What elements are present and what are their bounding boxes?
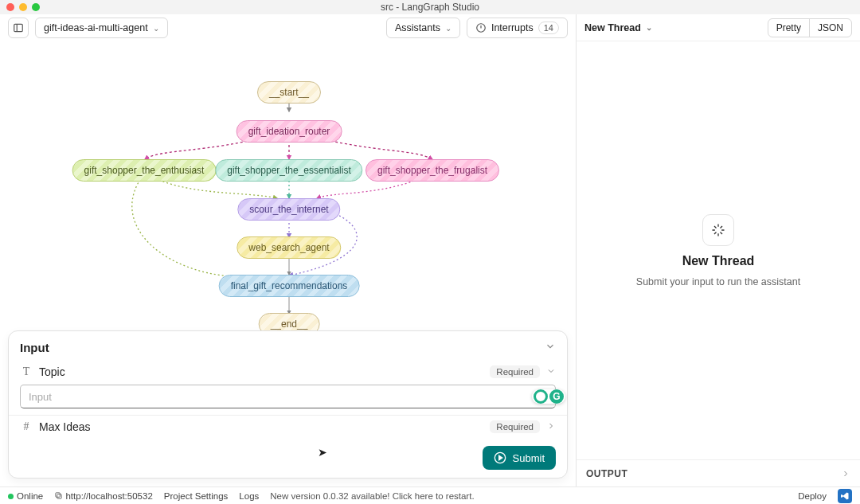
vscode-icon (840, 491, 850, 501)
text-type-icon: T (20, 365, 33, 378)
output-label: OUTPUT (586, 468, 627, 479)
number-type-icon: # (20, 420, 33, 433)
collapse-panel-button[interactable] (545, 341, 556, 354)
panel-icon (13, 22, 24, 33)
topic-input[interactable] (20, 385, 556, 408)
chevron-down-icon: ⌄ (445, 24, 452, 33)
view-mode-segment: Pretty JSON (768, 18, 852, 37)
chevron-right-icon (546, 421, 556, 431)
project-settings-link[interactable]: Project Settings (164, 491, 229, 501)
svg-rect-11 (57, 494, 62, 498)
collapse-field-button[interactable] (546, 366, 556, 378)
output-section-header[interactable]: OUTPUT (577, 459, 860, 486)
graph-node-scour[interactable]: scour_the_internet (237, 198, 340, 221)
chevron-right-icon (841, 469, 850, 479)
max-ideas-label: Max Ideas (39, 420, 91, 433)
copy-icon (54, 491, 63, 500)
pretty-tab[interactable]: Pretty (768, 19, 809, 37)
play-circle-icon (494, 451, 506, 464)
server-url[interactable]: http://localhost:50532 (54, 491, 153, 501)
assistants-label: Assistants (395, 22, 440, 33)
graph-node-end[interactable]: __end__ (259, 313, 320, 330)
mac-titlebar: src - LangGraph Studio (0, 0, 860, 14)
submit-button[interactable]: Submit (483, 446, 556, 470)
required-tag: Required (490, 365, 540, 378)
chevron-down-icon (545, 341, 556, 352)
graph-node-final[interactable]: final_gift_recommendations (219, 275, 360, 297)
interrupts-label: Interrupts (491, 22, 534, 33)
project-dropdown-label: gift-ideas-ai-multi-agent (44, 22, 148, 33)
vscode-badge[interactable] (838, 489, 852, 503)
empty-subtitle: Submit your input to run the assistant (636, 276, 800, 287)
interrupts-button[interactable]: Interrupts 14 (467, 18, 568, 38)
grammarly-bulb-icon (534, 389, 548, 404)
chevron-down-icon: ⌄ (153, 24, 159, 33)
graph-node-frugalist[interactable]: gift_shopper_the_frugalist (366, 159, 499, 182)
mac-close-dot[interactable] (6, 3, 14, 11)
svg-rect-0 (14, 24, 23, 31)
window-title: src - LangGraph Studio (54, 2, 806, 13)
svg-rect-12 (56, 492, 61, 497)
input-panel: Input T Topic Required ➤ (8, 330, 568, 479)
input-panel-title: Input (20, 341, 49, 354)
interrupt-icon (475, 22, 487, 33)
interrupts-count: 14 (538, 21, 559, 34)
chevron-down-icon: ⌄ (646, 23, 652, 32)
new-thread-label: New Thread (584, 22, 641, 33)
mac-min-dot[interactable] (19, 3, 27, 11)
left-toolbar: gift-ideas-ai-multi-agent ⌄ Assistants ⌄… (0, 14, 576, 41)
update-banner[interactable]: New version 0.0.32 available! Click here… (270, 491, 474, 501)
grammarly-g-icon: G (549, 389, 564, 404)
required-tag: Required (490, 420, 540, 433)
graph-node-router[interactable]: gift_ideation_router (236, 120, 342, 143)
sparkle-icon (702, 214, 734, 246)
new-thread-dropdown[interactable]: New Thread ⌄ (584, 18, 660, 38)
logs-link[interactable]: Logs (239, 491, 259, 501)
online-dot-icon (8, 494, 14, 499)
thread-toolbar: New Thread ⌄ Pretty JSON (577, 14, 860, 41)
graph-node-enthusiast[interactable]: gift_shopper_the_enthusiast (72, 159, 217, 182)
assistants-dropdown[interactable]: Assistants ⌄ (386, 18, 460, 38)
expand-field-button[interactable] (546, 421, 556, 433)
submit-button-label: Submit (513, 452, 545, 464)
empty-title: New Thread (682, 254, 755, 268)
mac-max-dot[interactable] (32, 3, 40, 11)
online-status: Online (8, 491, 43, 501)
svg-marker-10 (498, 455, 502, 459)
graph-node-start[interactable]: __start__ (257, 81, 321, 104)
deploy-button[interactable]: Deploy (798, 491, 827, 501)
sidebar-toggle-button[interactable] (8, 18, 29, 38)
json-tab[interactable]: JSON (809, 19, 851, 37)
graph-canvas[interactable]: __start__ gift_ideation_router gift_shop… (0, 41, 576, 330)
graph-node-web[interactable]: web_search_agent (236, 236, 341, 259)
chevron-down-icon (546, 366, 556, 376)
thread-empty-state: New Thread Submit your input to run the … (577, 41, 860, 459)
graph-node-essentialist[interactable]: gift_shopper_the_essentialist (215, 159, 362, 182)
project-dropdown[interactable]: gift-ideas-ai-multi-agent ⌄ (35, 18, 168, 38)
topic-label: Topic (39, 365, 65, 378)
grammarly-widget[interactable]: G (532, 389, 565, 404)
status-bar: Online http://localhost:50532 Project Se… (0, 486, 860, 504)
